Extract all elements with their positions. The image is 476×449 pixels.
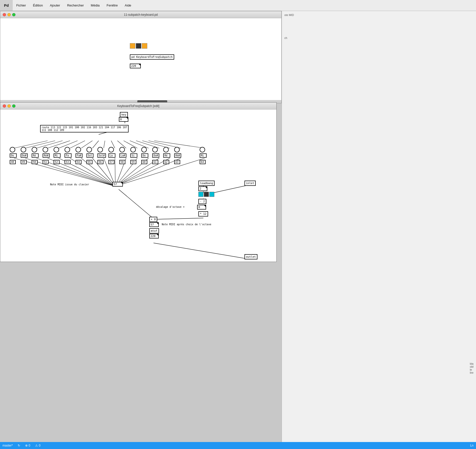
label-mi2: Mi	[200, 153, 207, 158]
octave-val[interactable]: 0	[197, 205, 206, 210]
edit-canvas[interactable]: key 0 route 113 122 115 101 100 102 116 …	[0, 110, 276, 262]
bang-mi2[interactable]	[200, 147, 205, 152]
mtof-obj[interactable]: mtof	[149, 228, 159, 233]
midi-value[interactable]: 57	[112, 182, 123, 187]
inlet-obj[interactable]: inlet	[244, 181, 256, 186]
bang-dos[interactable]	[21, 147, 26, 152]
svg-line-35	[115, 158, 205, 186]
subpatch-obj[interactable]: pd KeyboardToFreqSubpatch	[130, 54, 174, 60]
menu-ajouter[interactable]: Ajouter	[46, 0, 64, 11]
plus0-obj[interactable]: + 0	[149, 217, 157, 222]
maximize-btn[interactable]	[12, 13, 15, 16]
route-obj[interactable]: route 113 122 115 101 100 102 116 103 12…	[40, 125, 129, 132]
orange-cell-3[interactable]	[142, 43, 147, 49]
menu-edition[interactable]: Édition	[29, 0, 46, 11]
label-sols: Sol#	[97, 153, 106, 158]
label-re2: Ré	[163, 153, 170, 158]
number-220[interactable]: 220	[130, 64, 141, 68]
right-panel-text: ote MID ch bla obl le lire	[282, 11, 476, 62]
num-do2[interactable]: 60	[141, 160, 147, 164]
menu-media[interactable]: Média	[87, 0, 103, 11]
freq-out[interactable]: 220	[149, 234, 159, 238]
top-patch-canvas[interactable]: pd KeyboardToFreqSubpatch 220	[0, 18, 281, 103]
menu-pd[interactable]: Pd	[0, 0, 13, 11]
num-dos[interactable]: 49	[21, 160, 27, 164]
octave-label: décalage d'octave =	[156, 206, 184, 208]
top-window: 11-subpatch-keyboard.pd pd KeyboardToFre…	[0, 11, 282, 103]
num-res2[interactable]: 63	[174, 160, 180, 164]
num-res[interactable]: 51	[43, 160, 49, 164]
label-res: Ré#	[43, 153, 50, 158]
bang-dos2[interactable]	[152, 147, 158, 152]
num-sols[interactable]: 56	[97, 160, 103, 164]
bang-las[interactable]	[119, 147, 125, 152]
cyan-cell-3[interactable]	[209, 192, 214, 197]
ln-label: Ln	[470, 444, 474, 447]
svg-line-2	[14, 141, 48, 148]
label-las: La#	[119, 153, 126, 158]
loadbang-obj[interactable]: loadbang	[198, 181, 215, 186]
minus2-obj[interactable]: - 2	[198, 199, 206, 204]
cyan-cell-1[interactable]	[198, 192, 203, 197]
label-fas: Fa#	[76, 153, 82, 158]
num-mi2[interactable]: 64	[200, 160, 206, 164]
branch-name: master*	[2, 444, 13, 447]
bang-res[interactable]	[43, 147, 48, 152]
edit-minimize-btn[interactable]	[7, 104, 11, 108]
edit-close-btn[interactable]	[3, 104, 6, 108]
bang-re[interactable]	[32, 147, 37, 152]
key-obj[interactable]: key	[120, 112, 128, 117]
label-fa: Fa	[65, 153, 72, 158]
num-la[interactable]: 57	[108, 160, 114, 164]
label-dos: Do#	[21, 153, 28, 158]
close-btn[interactable]	[3, 13, 6, 16]
num-fas[interactable]: 54	[76, 160, 81, 164]
bang-la[interactable]	[108, 147, 114, 152]
num-re[interactable]: 50	[32, 160, 38, 164]
menu-fenetre[interactable]: Fenêtre	[103, 0, 121, 11]
svg-line-9	[92, 141, 99, 148]
edit-maximize-btn[interactable]	[12, 104, 15, 108]
midi-after-val[interactable]: 57	[149, 222, 159, 227]
bang-sols[interactable]	[97, 147, 103, 152]
times12-obj[interactable]: * 12	[198, 211, 208, 217]
label-do2: Do	[141, 153, 148, 158]
orange-cell-2-active[interactable]	[136, 43, 141, 49]
menu-bar: Pd Fichier Édition Ajouter Rechercher Mé…	[0, 0, 476, 11]
bang-mi[interactable]	[54, 147, 59, 152]
bang-sol[interactable]	[86, 147, 92, 152]
svg-line-13	[124, 141, 137, 148]
minimize-btn[interactable]	[7, 13, 11, 16]
cyan-cell-2-active[interactable]	[204, 192, 209, 197]
num-mi[interactable]: 52	[54, 160, 60, 164]
two-val[interactable]: 2	[198, 186, 207, 191]
label-sol: Sol	[86, 153, 93, 158]
num-dos2[interactable]: 61	[152, 160, 158, 164]
cyan-gui[interactable]	[198, 192, 214, 197]
num-si[interactable]: 59	[130, 160, 136, 164]
num-re2[interactable]: 62	[163, 160, 169, 164]
key-output[interactable]: 0	[119, 117, 128, 122]
orange-cell-1[interactable]	[130, 43, 135, 49]
bang-fas[interactable]	[76, 147, 81, 152]
svg-line-40	[154, 243, 249, 259]
edit-window-title: KeyboardToFreqSubpatch [edit]	[117, 104, 159, 108]
bang-do2[interactable]	[141, 147, 147, 152]
bang-do[interactable]	[10, 147, 15, 152]
num-sol[interactable]: 55	[86, 160, 92, 164]
error-count: ⊗ 0	[25, 444, 30, 447]
bang-fa[interactable]	[65, 147, 70, 152]
outlet-obj[interactable]: outlet	[244, 254, 257, 259]
label-dos2: Do#	[152, 153, 159, 158]
bang-re2[interactable]	[163, 147, 169, 152]
num-do[interactable]: 48	[10, 160, 16, 164]
menu-rechercher[interactable]: Rechercher	[64, 0, 87, 11]
bang-res2[interactable]	[174, 147, 180, 152]
menu-aide[interactable]: Aide	[121, 0, 135, 11]
menu-fichier[interactable]: Fichier	[13, 0, 29, 11]
refresh-icon[interactable]: ↻	[18, 444, 20, 447]
bang-si[interactable]	[130, 147, 136, 152]
num-las[interactable]: 58	[119, 160, 125, 164]
orange-gui[interactable]	[130, 43, 147, 49]
num-fa[interactable]: 53	[65, 160, 71, 164]
